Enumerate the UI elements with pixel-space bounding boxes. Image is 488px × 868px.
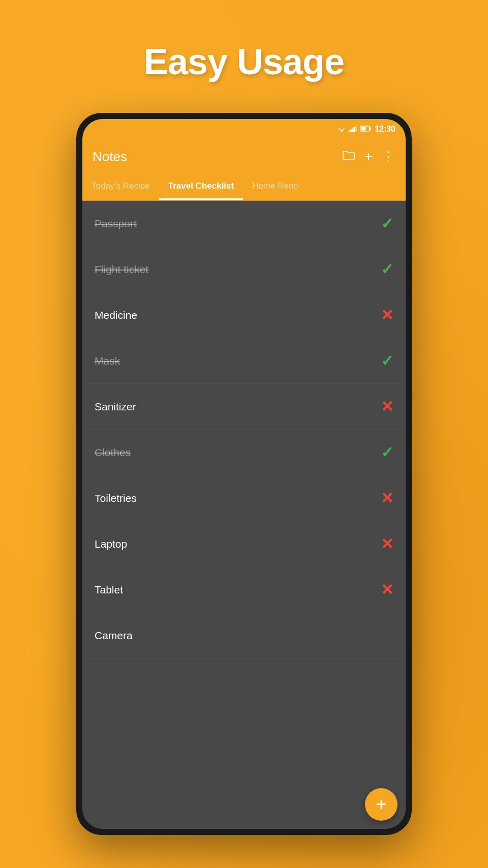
item-text-camera: Camera (95, 630, 393, 642)
signal-icon (349, 125, 357, 134)
check-icon-passport: ✓ (381, 216, 393, 231)
list-item[interactable]: Toiletries ✕ (82, 475, 406, 521)
list-item[interactable]: Tablet ✕ (82, 567, 406, 613)
svg-rect-7 (361, 127, 366, 131)
tab-travel-checklist[interactable]: Travel Checklist (159, 174, 243, 200)
item-text-toiletries: Toiletries (95, 492, 381, 504)
list-item[interactable]: Medicine ✕ (82, 292, 406, 338)
fab-add-button[interactable]: + (365, 788, 398, 821)
add-note-icon[interactable]: + (364, 148, 373, 165)
svg-rect-8 (370, 128, 371, 130)
check-icon-flight: ✓ (381, 262, 393, 277)
status-icons: 12:30 (337, 125, 395, 134)
item-text-laptop: Laptop (95, 538, 381, 550)
check-icon-tablet: ✕ (381, 582, 393, 597)
header-actions: + ⋮ (342, 148, 395, 165)
check-icon-sanitizer: ✕ (381, 399, 393, 414)
phone-frame: 12:30 Notes + ⋮ Today's Recipe Trav (76, 113, 412, 835)
app-header: Notes + ⋮ (82, 139, 406, 174)
check-icon-clothes: ✓ (381, 445, 393, 460)
check-icon-mask: ✓ (381, 353, 393, 369)
svg-rect-3 (351, 129, 353, 132)
item-text-clothes: Clothes (95, 446, 381, 459)
item-text-medicine: Medicine (95, 309, 381, 321)
svg-rect-5 (355, 126, 357, 132)
list-item[interactable]: Clothes ✓ (82, 430, 406, 475)
item-text-sanitizer: Sanitizer (95, 401, 381, 413)
list-item[interactable]: Flight ticket ✓ (82, 247, 406, 292)
check-icon-toiletries: ✕ (381, 491, 393, 506)
list-item[interactable]: Sanitizer ✕ (82, 384, 406, 430)
app-title: Notes (93, 149, 342, 165)
item-text-tablet: Tablet (95, 584, 381, 596)
check-icon-laptop: ✕ (381, 536, 393, 552)
tab-todays-recipe[interactable]: Today's Recipe (82, 174, 159, 200)
phone-screen: 12:30 Notes + ⋮ Today's Recipe Trav (82, 119, 406, 829)
svg-rect-4 (353, 127, 355, 132)
list-item[interactable]: Passport ✓ (82, 201, 406, 247)
status-time: 12:30 (375, 125, 395, 134)
wifi-icon (337, 125, 346, 134)
tab-home-reno[interactable]: Home Reno (243, 174, 308, 200)
checklist-content: Passport ✓ Flight ticket ✓ Medicine ✕ Ma… (82, 201, 406, 829)
item-text-flight: Flight ticket (95, 263, 381, 276)
item-text-mask: Mask (95, 355, 381, 367)
list-item[interactable]: Laptop ✕ (82, 521, 406, 567)
item-text-passport: Passport (95, 218, 381, 230)
status-bar: 12:30 (82, 119, 406, 139)
check-icon-medicine: ✕ (381, 308, 393, 323)
page-headline: Easy Usage (144, 41, 344, 82)
folder-icon[interactable] (342, 149, 355, 164)
more-options-icon[interactable]: ⋮ (382, 149, 395, 165)
battery-icon (360, 125, 372, 133)
tabs-bar: Today's Recipe Travel Checklist Home Ren… (82, 174, 406, 201)
list-item[interactable]: Mask ✓ (82, 338, 406, 384)
list-item[interactable]: Camera (82, 613, 406, 659)
svg-rect-2 (349, 130, 351, 132)
